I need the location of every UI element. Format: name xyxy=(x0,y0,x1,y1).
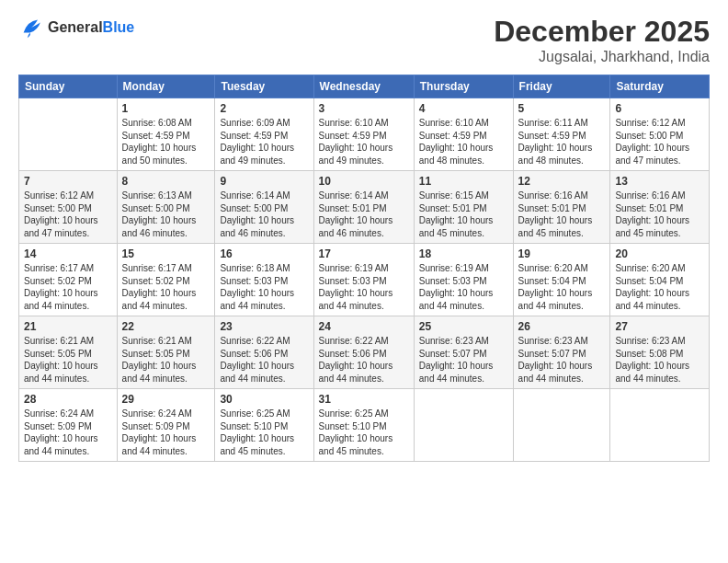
table-row: 12Sunrise: 6:16 AMSunset: 5:01 PMDayligh… xyxy=(513,171,610,244)
table-row: 24Sunrise: 6:22 AMSunset: 5:06 PMDayligh… xyxy=(313,316,414,389)
col-monday: Monday xyxy=(117,75,215,98)
table-row: 3Sunrise: 6:10 AMSunset: 4:59 PMDaylight… xyxy=(313,98,414,171)
col-friday: Friday xyxy=(513,75,610,98)
logo-icon xyxy=(18,15,44,40)
table-row: 26Sunrise: 6:23 AMSunset: 5:07 PMDayligh… xyxy=(513,316,610,389)
col-sunday: Sunday xyxy=(19,75,118,98)
table-row: 9Sunrise: 6:14 AMSunset: 5:00 PMDaylight… xyxy=(215,171,313,244)
table-row xyxy=(513,389,610,462)
table-row: 8Sunrise: 6:13 AMSunset: 5:00 PMDaylight… xyxy=(117,171,215,244)
page: GeneralBlue December 2025 Jugsalai, Jhar… xyxy=(0,0,728,563)
table-row: 17Sunrise: 6:19 AMSunset: 5:03 PMDayligh… xyxy=(313,244,414,316)
col-tuesday: Tuesday xyxy=(215,75,313,98)
table-row: 21Sunrise: 6:21 AMSunset: 5:05 PMDayligh… xyxy=(19,316,118,389)
table-row: 27Sunrise: 6:23 AMSunset: 5:08 PMDayligh… xyxy=(610,316,710,389)
table-row: 14Sunrise: 6:17 AMSunset: 5:02 PMDayligh… xyxy=(19,244,118,316)
header-area: GeneralBlue December 2025 Jugsalai, Jhar… xyxy=(18,15,710,65)
title-area: December 2025 Jugsalai, Jharkhand, India xyxy=(494,15,710,65)
table-row: 15Sunrise: 6:17 AMSunset: 5:02 PMDayligh… xyxy=(117,244,215,316)
table-row: 23Sunrise: 6:22 AMSunset: 5:06 PMDayligh… xyxy=(215,316,313,389)
table-row: 10Sunrise: 6:14 AMSunset: 5:01 PMDayligh… xyxy=(313,171,414,244)
month-title: December 2025 xyxy=(494,15,710,49)
table-row: 2Sunrise: 6:09 AMSunset: 4:59 PMDaylight… xyxy=(215,98,313,171)
header-row: Sunday Monday Tuesday Wednesday Thursday… xyxy=(19,75,710,98)
table-row: 29Sunrise: 6:24 AMSunset: 5:09 PMDayligh… xyxy=(117,389,215,462)
table-row: 4Sunrise: 6:10 AMSunset: 4:59 PMDaylight… xyxy=(414,98,513,171)
table-row: 11Sunrise: 6:15 AMSunset: 5:01 PMDayligh… xyxy=(414,171,513,244)
table-row: 6Sunrise: 6:12 AMSunset: 5:00 PMDaylight… xyxy=(610,98,710,171)
table-row: 19Sunrise: 6:20 AMSunset: 5:04 PMDayligh… xyxy=(513,244,610,316)
location-title: Jugsalai, Jharkhand, India xyxy=(494,49,710,65)
logo: GeneralBlue xyxy=(18,15,134,40)
table-row: 1Sunrise: 6:08 AMSunset: 4:59 PMDaylight… xyxy=(117,98,215,171)
table-row: 22Sunrise: 6:21 AMSunset: 5:05 PMDayligh… xyxy=(117,316,215,389)
table-row: 30Sunrise: 6:25 AMSunset: 5:10 PMDayligh… xyxy=(215,389,313,462)
table-row: 13Sunrise: 6:16 AMSunset: 5:01 PMDayligh… xyxy=(610,171,710,244)
table-row: 16Sunrise: 6:18 AMSunset: 5:03 PMDayligh… xyxy=(215,244,313,316)
calendar-table: Sunday Monday Tuesday Wednesday Thursday… xyxy=(18,75,710,462)
table-row: 28Sunrise: 6:24 AMSunset: 5:09 PMDayligh… xyxy=(19,389,118,462)
table-row xyxy=(610,389,710,462)
col-wednesday: Wednesday xyxy=(313,75,414,98)
table-row: 5Sunrise: 6:11 AMSunset: 4:59 PMDaylight… xyxy=(513,98,610,171)
table-row xyxy=(414,389,513,462)
table-row xyxy=(19,98,118,171)
table-row: 31Sunrise: 6:25 AMSunset: 5:10 PMDayligh… xyxy=(313,389,414,462)
table-row: 20Sunrise: 6:20 AMSunset: 5:04 PMDayligh… xyxy=(610,244,710,316)
table-row: 18Sunrise: 6:19 AMSunset: 5:03 PMDayligh… xyxy=(414,244,513,316)
table-row: 7Sunrise: 6:12 AMSunset: 5:00 PMDaylight… xyxy=(19,171,118,244)
col-saturday: Saturday xyxy=(610,75,710,98)
logo-text: GeneralBlue xyxy=(48,18,134,36)
table-row: 25Sunrise: 6:23 AMSunset: 5:07 PMDayligh… xyxy=(414,316,513,389)
col-thursday: Thursday xyxy=(414,75,513,98)
